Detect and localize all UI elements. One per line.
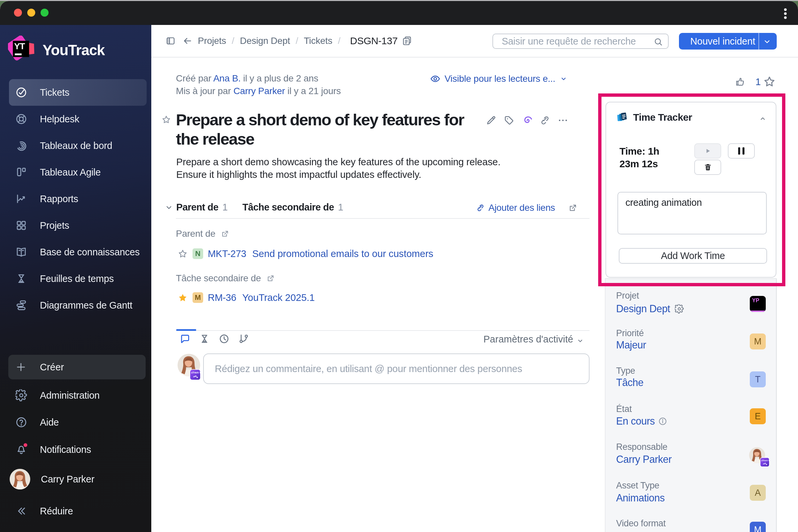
history-tab-icon[interactable] bbox=[218, 333, 230, 344]
sidebar-item-gantt-charts[interactable]: Diagrammes de Gantt bbox=[9, 292, 147, 319]
vcs-tab-icon[interactable] bbox=[238, 333, 249, 344]
subtask-section-label: Tâche secondaire de bbox=[176, 273, 261, 284]
issue-actions bbox=[486, 115, 569, 126]
chevron-down-icon[interactable] bbox=[763, 38, 771, 45]
hourglass-icon bbox=[15, 273, 27, 285]
close-window-button[interactable] bbox=[14, 8, 22, 17]
toggle-sidebar-icon[interactable] bbox=[166, 36, 175, 46]
add-links-group: Ajouter des liens bbox=[476, 203, 577, 213]
field-value-asset-type[interactable]: Animations bbox=[616, 492, 665, 504]
breadcrumb-project[interactable]: Design Dept bbox=[240, 36, 290, 46]
sidebar-item-tickets[interactable]: Tickets bbox=[9, 79, 147, 106]
youtrack-logo[interactable]: YT YouTrack bbox=[8, 36, 105, 65]
created-author-link[interactable]: Ana B. bbox=[213, 73, 241, 83]
plus-icon bbox=[15, 361, 26, 373]
check-circle-icon bbox=[15, 87, 27, 98]
field-value-type[interactable]: Tâche bbox=[616, 377, 643, 388]
sidebar-item-agile-boards[interactable]: Tableaux Agile bbox=[9, 159, 147, 186]
issue-link-id[interactable]: MKT-273 bbox=[208, 248, 246, 259]
created-line: Créé par Ana B. il y a plus de 2 ans bbox=[176, 73, 318, 84]
ai-assistant-icon[interactable] bbox=[521, 115, 533, 126]
breadcrumb-tickets[interactable]: Tickets bbox=[304, 36, 332, 46]
copy-id-icon[interactable] bbox=[402, 36, 412, 46]
star-icon[interactable] bbox=[177, 249, 188, 259]
sidebar-item-helpdesk[interactable]: Helpdesk bbox=[9, 106, 147, 132]
field-value-state[interactable]: En cours bbox=[616, 415, 667, 427]
assignee-avatar bbox=[749, 447, 765, 463]
zoom-window-button[interactable] bbox=[41, 8, 49, 17]
new-incident-label: Nouvel incident bbox=[690, 36, 755, 47]
thumbs-up-icon[interactable] bbox=[735, 77, 745, 87]
star-icon[interactable] bbox=[763, 75, 776, 89]
updated-author-link[interactable]: Carry Parker bbox=[233, 86, 285, 96]
external-link-icon[interactable] bbox=[568, 203, 577, 212]
field-value-priority[interactable]: Majeur bbox=[616, 339, 646, 351]
description-line: Ensure it highlights the most impactful … bbox=[176, 168, 500, 181]
sidebar-item-timesheets[interactable]: Feuilles de temps bbox=[9, 265, 147, 292]
sidebar-item-projects[interactable]: Projets bbox=[9, 212, 147, 239]
bell-icon bbox=[15, 443, 27, 456]
commenter-avatar bbox=[177, 354, 200, 376]
sidebar-item-administration[interactable]: Administration bbox=[9, 382, 147, 408]
youtrack-logo-text: YouTrack bbox=[42, 42, 105, 58]
priority-badge: M bbox=[192, 292, 203, 303]
field-value-assignee[interactable]: Carry Parker bbox=[616, 454, 672, 465]
visibility-control[interactable]: Visible pour les lecteurs e... bbox=[430, 74, 567, 84]
search-input[interactable]: Saisir une requête de recherche bbox=[492, 34, 669, 49]
field-label-assignee: Responsable bbox=[616, 442, 667, 452]
link-icon[interactable] bbox=[539, 115, 551, 126]
sidebar-item-dashboards[interactable]: Tableaux de bord bbox=[9, 132, 147, 159]
star-filled-icon[interactable] bbox=[177, 292, 188, 303]
sidebar-item-collapse[interactable]: Réduire bbox=[9, 498, 147, 524]
project-avatar-initials: YP bbox=[752, 298, 759, 304]
priority-badge: N bbox=[192, 248, 203, 259]
updated-prefix: Mis à jour par bbox=[176, 86, 231, 96]
tag-icon[interactable] bbox=[504, 115, 515, 126]
grid-icon bbox=[15, 220, 27, 231]
app-badge-icon bbox=[760, 458, 769, 467]
links-tab-subtask[interactable]: Tâche secondaire de bbox=[242, 202, 334, 213]
asset-type-badge: A bbox=[750, 485, 766, 501]
new-incident-button[interactable]: Nouvel incident bbox=[679, 33, 777, 50]
issue-link-summary[interactable]: YouTrack 2025.1 bbox=[242, 292, 315, 303]
description-line: Prepare a short demo showcasing the key … bbox=[176, 156, 500, 168]
collapse-links-icon[interactable] bbox=[165, 203, 173, 212]
external-link-icon[interactable] bbox=[266, 274, 275, 283]
spent-time-tab-icon[interactable] bbox=[199, 333, 210, 344]
star-issue-icon[interactable] bbox=[161, 115, 171, 125]
back-arrow-icon[interactable] bbox=[183, 36, 192, 46]
sidebar-item-knowledge-base[interactable]: Base de connaissances bbox=[9, 239, 147, 265]
breadcrumb-projects[interactable]: Projets bbox=[198, 36, 226, 46]
links-header: Parent de 1 Tâche secondaire de 1 bbox=[165, 202, 343, 213]
activity-settings-button[interactable]: Paramètres d'activité bbox=[483, 334, 573, 345]
gantt-icon bbox=[15, 299, 27, 311]
sidebar-item-reports[interactable]: Rapports bbox=[9, 186, 147, 212]
comment-input[interactable]: Rédigez un commentaire, en utilisant @ p… bbox=[203, 354, 590, 384]
create-button[interactable]: Créer bbox=[8, 355, 146, 379]
edit-icon[interactable] bbox=[486, 115, 497, 126]
external-link-icon[interactable] bbox=[221, 229, 229, 238]
sidebar-item-notifications[interactable]: Notifications bbox=[9, 436, 147, 463]
browser-menu-icon[interactable] bbox=[783, 8, 788, 22]
user-name: Carry Parker bbox=[41, 474, 94, 485]
lifebuoy-icon bbox=[15, 113, 27, 125]
type-value-text: Tâche bbox=[616, 377, 643, 388]
gear-icon[interactable] bbox=[674, 304, 684, 314]
sidebar-item-profile[interactable]: Carry Parker bbox=[9, 466, 147, 492]
video-format-badge: M bbox=[750, 522, 766, 532]
issue-link-id[interactable]: RM-36 bbox=[208, 292, 236, 303]
info-icon[interactable] bbox=[658, 417, 667, 426]
activity-tabs bbox=[179, 333, 249, 344]
sidebar-item-label: Tableaux de bord bbox=[40, 140, 112, 151]
minimize-window-button[interactable] bbox=[27, 8, 35, 17]
links-tab-parent[interactable]: Parent de bbox=[176, 202, 218, 213]
breadcrumb-separator: / bbox=[296, 36, 298, 46]
sidebar-item-help[interactable]: Aide bbox=[9, 409, 147, 436]
issue-link-summary[interactable]: Send promotional emails to our customers bbox=[252, 248, 434, 259]
more-actions-icon[interactable] bbox=[557, 115, 569, 126]
created-time-ago: il y a plus de 2 ans bbox=[243, 73, 318, 83]
sidebar-item-label: Tickets bbox=[40, 87, 70, 98]
comments-tab-icon[interactable] bbox=[179, 333, 191, 344]
field-value-project[interactable]: Design Dept bbox=[616, 303, 684, 315]
add-links-button[interactable]: Ajouter des liens bbox=[489, 203, 555, 213]
